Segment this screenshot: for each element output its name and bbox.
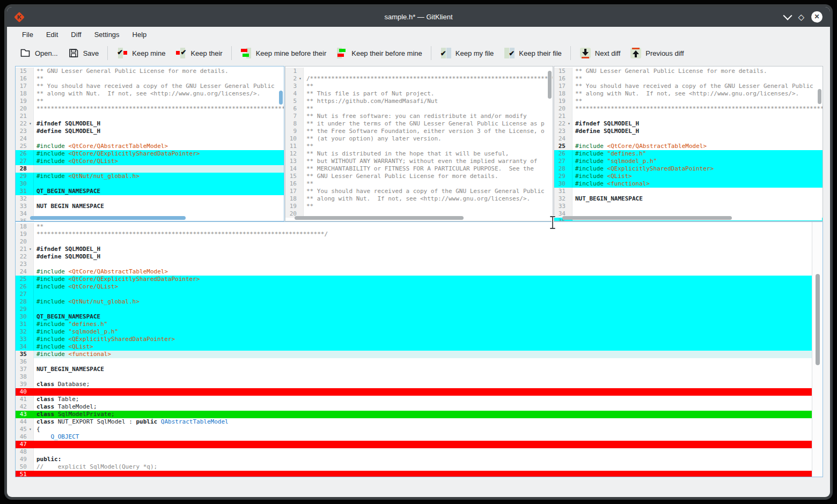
code-line-39: 39class Database; [16,381,812,388]
line-number: 27 [16,158,34,165]
menu-file[interactable]: File [17,29,39,40]
line-number: 19 [16,98,34,105]
base-vertical-scrollbar[interactable] [548,71,552,99]
line-number: 14 [285,165,304,173]
open-button[interactable]: Open... [14,45,63,61]
fold-marker-icon: ▾ [27,246,33,253]
code-line-22: 22▾#ifndef SQLMODEL_H [16,120,284,128]
code-line-18: 18** along with Nut. If not, see <http:/… [554,90,823,98]
menu-settings[interactable]: Settings [89,29,125,40]
code-line-40: 40 [16,388,812,396]
line-number: 20 [554,105,572,113]
close-window-icon[interactable]: ✕ [811,11,823,23]
code-line-16: 16** [285,180,553,188]
maximize-window-icon[interactable]: ◇ [798,13,804,21]
line-number: 18 [16,90,34,98]
code-line-17: 17** You should have received a copy of … [554,83,823,90]
code-line-27: 27#include <QtCore/QList> [16,158,284,165]
line-number: 30 [554,180,572,188]
code-line-11: 11** [285,143,553,150]
code-line-23: 23#define SQLMODEL_H [554,128,823,135]
result-vertical-scrollbar[interactable] [816,274,820,365]
shade-window-icon[interactable] [783,11,792,20]
code-line-30: 30#include <functional> [554,180,823,188]
line-number: 2▾ [285,75,304,83]
next-diff-button[interactable]: Next diff [575,45,625,61]
line-number: 22 [16,253,34,261]
line-number: 28 [16,298,34,306]
result-vertical-scrollbar-track[interactable] [812,222,823,477]
previous-diff-arrow-up-icon [630,47,642,59]
code-line-22: 22▾#ifndef SQLMODEL_H [554,120,823,128]
code-line-46: 46 Q_OBJECT [16,433,812,441]
line-number: 31 [16,188,34,195]
line-number: 50 [16,463,34,471]
line-number: 20 [16,238,34,246]
line-number: 26 [16,150,34,158]
keep-my-file-button[interactable]: ✔ Keep my file [435,45,499,61]
code-line-43: 43class SqlModelPrivate; [16,411,812,418]
mine-code-pane[interactable]: 15** GNU Lesser General Public License f… [15,66,284,221]
previous-diff-button[interactable]: Previous diff [625,45,688,61]
keep-their-button[interactable]: ✔ Keep their [170,45,227,61]
line-number: 4 [285,90,304,98]
code-line-32: 32NUT_BEGIN_NAMESPACE [554,195,823,203]
code-line-16: 16** [554,75,823,83]
code-line-25: 25#include <QtCore/QAbstractTableModel> [16,143,284,150]
toolbar-separator [107,46,108,60]
fold-marker-icon: ▾ [27,426,33,433]
line-number: 18 [16,223,34,231]
code-line-37: 37NUT_BEGIN_NAMESPACE [16,366,812,373]
line-number: 31 [554,188,572,195]
keep-their-file-icon: ✔ [503,47,515,59]
titlebar[interactable]: K sample.h* — GitKlient ◇ ✕ [7,7,830,27]
line-number: 37 [16,366,34,373]
line-number: 5 [285,98,304,105]
keep-their-before-mine-button[interactable]: Keep their before mine [331,45,427,61]
keep-mine-button[interactable]: ✔ Keep mine [112,45,170,61]
keep-their-file-button[interactable]: ✔ Keep their file [498,45,567,61]
code-line-20: 20**************************************… [554,105,823,113]
line-number: 46 [16,433,34,441]
line-number: 16 [16,75,34,83]
line-number: 24 [16,135,34,143]
code-line-29: 29#include <QtNut/nut_global.h> [16,173,284,180]
theirs-code-pane[interactable]: 15** GNU Lesser General Public License f… [554,66,823,221]
code-line-49: 49public: [16,456,812,463]
code-line-25: 25#include <QtCore/QExplicitlySharedData… [16,276,812,283]
theirs-vertical-scrollbar[interactable] [818,89,821,104]
save-button[interactable]: Save [63,45,104,61]
line-number: 22▾ [554,120,572,128]
line-number: 21▾ [16,246,34,253]
line-number: 34 [16,343,34,351]
line-number: 38 [16,373,34,381]
fold-marker-icon: ▾ [566,120,572,128]
line-number: 23 [16,261,34,268]
base-horizontal-scrollbar[interactable] [295,216,464,220]
code-line-4: 4** This file is part of Nut project. [285,90,553,98]
keep-their-icon: ✔ [175,47,187,59]
line-number: 22▾ [16,120,34,128]
keep-mine-before-their-button[interactable]: Keep mine before their [236,45,332,61]
line-number: 40 [16,388,34,396]
code-line-1: 1 [285,68,553,75]
base-code-pane[interactable]: 12▾/************************************… [285,66,553,221]
line-number: 26 [16,283,34,291]
line-number: 11 [285,143,304,150]
mine-horizontal-scrollbar[interactable] [30,216,186,220]
code-line-27: 27 [16,291,812,298]
menu-diff[interactable]: Diff [65,29,86,40]
code-line-31: 31QT_BEGIN_NAMESPACE [16,188,284,195]
line-number: 21 [16,113,34,120]
line-number: 21 [554,113,572,120]
window-title: sample.h* — GitKlient [7,13,830,21]
result-code-pane[interactable]: 18**19**********************************… [15,221,823,477]
theirs-horizontal-scrollbar[interactable] [562,216,732,220]
code-line-30: 30 [16,180,284,188]
menu-help[interactable]: Help [127,29,152,40]
mine-vertical-scrollbar[interactable] [279,91,283,105]
menu-edit[interactable]: Edit [41,29,63,40]
code-line-16: 16** [16,75,284,83]
line-number: 45▾ [16,426,34,433]
code-line-20: 20 [16,238,812,246]
